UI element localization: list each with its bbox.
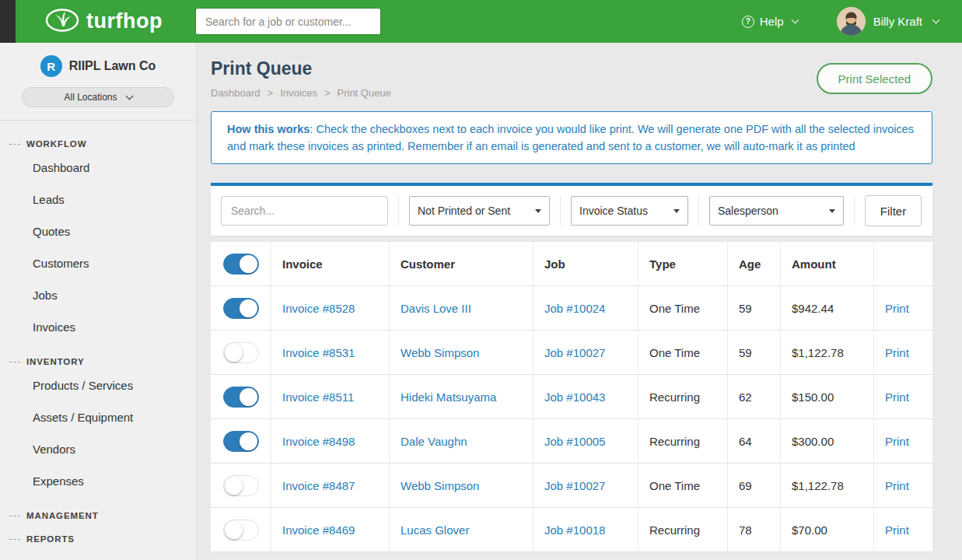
table-header-row: InvoiceCustomerJobTypeAgeAmount	[211, 242, 932, 286]
sidebar-item-expenses[interactable]: Expenses	[0, 465, 196, 497]
column-header-print	[874, 242, 932, 285]
printed-status-select[interactable]: Not Printed or Sent	[409, 196, 550, 226]
row-select-toggle[interactable]	[223, 298, 259, 319]
print-selected-button[interactable]: Print Selected	[817, 63, 932, 94]
invoice-link-cell: Invoice #8528	[271, 286, 390, 330]
select-value: Not Printed or Sent	[418, 205, 510, 217]
column-header-job: Job	[533, 242, 638, 285]
company-logo: R	[40, 55, 62, 77]
sidebar-item-dashboard[interactable]: Dashboard	[0, 152, 196, 184]
toggle-knob	[240, 388, 257, 406]
chevron-down-icon	[125, 92, 133, 100]
customer-link-cell: Davis Love III	[390, 286, 533, 330]
invoice-link[interactable]: Invoice #8528	[282, 302, 355, 315]
sidebar-item-vendors[interactable]: Vendors	[0, 433, 196, 465]
job-link[interactable]: Job #10024	[544, 302, 605, 315]
customer-link[interactable]: Dale Vaughn	[401, 435, 467, 448]
filter-search-input[interactable]	[221, 196, 388, 226]
row-select-toggle[interactable]	[223, 475, 259, 496]
job-link[interactable]: Job #10018	[544, 523, 605, 537]
customer-link-cell: Lucas Glover	[390, 508, 533, 551]
invoice-link[interactable]: Invoice #8469	[282, 523, 355, 537]
title-block: Print Queue Dashboard>Invoices>Print Que…	[211, 58, 391, 99]
global-search-input[interactable]	[195, 8, 381, 35]
info-title: How this works	[227, 123, 310, 135]
sidebar-item-products-services[interactable]: Products / Services	[0, 369, 196, 401]
help-menu[interactable]: ? Help	[742, 15, 798, 28]
customer-link[interactable]: Hideki Matsuyama	[401, 390, 496, 404]
type-cell: Recurring	[638, 419, 728, 463]
print-link[interactable]: Print	[885, 302, 909, 315]
toggle-cell	[211, 375, 271, 418]
row-select-toggle[interactable]	[223, 342, 259, 363]
amount-cell: $150.00	[781, 375, 874, 418]
invoice-link-cell: Invoice #8511	[271, 375, 390, 418]
column-header-age: Age	[728, 242, 781, 285]
sidebar-section-reports: REPORTS	[0, 534, 196, 544]
print-link[interactable]: Print	[885, 479, 909, 492]
breadcrumb-item-invoices[interactable]: Invoices	[280, 87, 317, 99]
sidebar-item-leads[interactable]: Leads	[0, 184, 196, 215]
print-link[interactable]: Print	[885, 390, 909, 404]
chevron-down-icon	[791, 16, 799, 24]
turfhop-logo: turfhop	[45, 9, 163, 35]
page-head: Print Queue Dashboard>Invoices>Print Que…	[211, 58, 932, 99]
row-select-toggle[interactable]	[223, 387, 259, 408]
sidebar-item-jobs[interactable]: Jobs	[0, 279, 196, 311]
invoice-link[interactable]: Invoice #8531	[282, 346, 355, 359]
filter-select-group: Not Printed or Sent	[399, 195, 561, 226]
type-cell: One Time	[638, 331, 728, 374]
job-link[interactable]: Job #10005	[544, 435, 605, 448]
customer-link[interactable]: Lucas Glover	[401, 523, 469, 537]
amount-cell: $942.44	[781, 286, 874, 330]
sidebar-item-quotes[interactable]: Quotes	[0, 215, 196, 247]
user-avatar	[837, 7, 866, 36]
age-cell: 59	[728, 331, 781, 374]
row-select-toggle[interactable]	[223, 520, 259, 541]
invoice-link[interactable]: Invoice #8487	[282, 479, 355, 492]
sidebar-item-invoices[interactable]: Invoices	[0, 311, 196, 343]
filter-button-group: Filter	[855, 195, 934, 226]
select-all-toggle[interactable]	[223, 254, 259, 275]
invoice-link-cell: Invoice #8531	[271, 331, 390, 374]
toggle-knob	[240, 299, 257, 317]
print-link[interactable]: Print	[885, 346, 909, 359]
row-select-toggle[interactable]	[223, 431, 259, 452]
age-cell: 59	[728, 286, 781, 330]
section-dash-icon	[9, 539, 20, 540]
breadcrumb-item-dashboard[interactable]: Dashboard	[211, 87, 261, 99]
filter-bar: Not Printed or SentInvoice StatusSalespe…	[211, 183, 932, 236]
toggle-cell	[211, 508, 271, 551]
sidebar-section-management: MANAGEMENT	[0, 511, 196, 520]
age-cell: 62	[728, 375, 781, 418]
body: R RIIPL Lawn Co All Locations WORKFLOWDa…	[0, 43, 962, 560]
print-link[interactable]: Print	[885, 435, 909, 448]
top-bar: turfhop ? Help	[0, 0, 962, 43]
customer-link[interactable]: Webb Simpson	[401, 479, 479, 492]
customer-link[interactable]: Webb Simpson	[401, 346, 479, 359]
breadcrumb-separator: >	[324, 87, 331, 99]
company-block: R RIIPL Lawn Co All Locations	[0, 43, 196, 121]
job-link[interactable]: Job #10043	[544, 390, 605, 404]
invoice-link-cell: Invoice #8498	[271, 419, 390, 463]
filter-button[interactable]: Filter	[865, 195, 922, 226]
location-selector[interactable]: All Locations	[22, 87, 174, 107]
amount-cell: $1,122.78	[781, 331, 874, 374]
table-row: Invoice #8511Hideki MatsuyamaJob #10043R…	[211, 375, 932, 419]
customer-link-cell: Hideki Matsuyama	[390, 375, 533, 418]
type-cell: One Time	[638, 286, 728, 330]
job-link[interactable]: Job #10027	[544, 479, 605, 492]
sidebar-item-assets-equipment[interactable]: Assets / Equipment	[0, 401, 196, 433]
invoice-status-select[interactable]: Invoice Status	[571, 196, 688, 226]
invoice-link[interactable]: Invoice #8511	[282, 390, 354, 404]
print-link[interactable]: Print	[885, 523, 909, 537]
user-name: Billy Kraft	[873, 15, 922, 28]
customer-link[interactable]: Davis Love III	[401, 302, 471, 315]
breadcrumb-separator: >	[268, 87, 274, 99]
sidebar-item-customers[interactable]: Customers	[0, 247, 196, 279]
turfhop-logo-icon	[45, 9, 79, 35]
job-link[interactable]: Job #10027	[544, 346, 605, 359]
salesperson-select[interactable]: Salesperson	[709, 196, 844, 226]
invoice-link[interactable]: Invoice #8498	[282, 435, 355, 448]
user-menu[interactable]: Billy Kraft	[837, 7, 939, 36]
